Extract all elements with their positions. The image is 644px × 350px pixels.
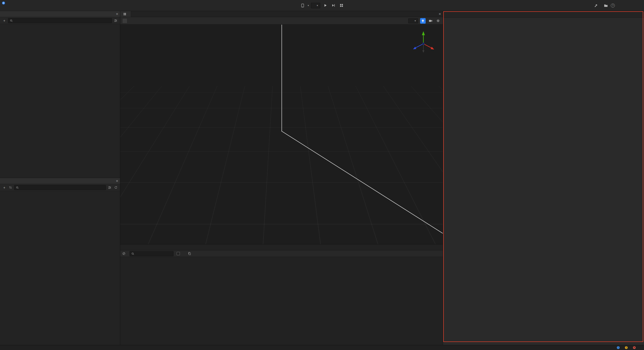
hierarchy-search-row: + <box>0 17 120 24</box>
orientation-gizmo[interactable] <box>407 26 440 56</box>
cocos-creator-window: C ▾ ▾ ? <box>0 0 644 350</box>
hammer-icon <box>594 4 598 7</box>
maximize-button[interactable] <box>626 2 634 9</box>
regex-checkbox[interactable] <box>177 252 180 255</box>
scene-tab-strip: ≡ <box>120 11 443 17</box>
chevron-down-icon: ▾ <box>415 19 416 22</box>
preview-device-button[interactable] <box>300 3 306 9</box>
camera-icon <box>429 19 432 23</box>
console-search-box[interactable] <box>130 251 174 256</box>
scene-menu-icon[interactable]: ≡ <box>439 12 443 16</box>
titlebar: C ▾ ▾ ? <box>0 0 644 11</box>
assets-refresh-button[interactable] <box>113 185 118 190</box>
tab-scene-editor[interactable] <box>120 11 131 17</box>
scene-axis-line-vertical <box>281 25 282 131</box>
layout-grid-button[interactable] <box>338 3 344 9</box>
refresh-icon <box>114 186 117 189</box>
console-panel <box>120 244 443 345</box>
dimension-toggle-button[interactable] <box>122 18 127 23</box>
bulb-icon <box>421 19 425 23</box>
scene-light-toggle[interactable] <box>420 18 426 24</box>
error-icon: × <box>633 346 636 349</box>
status-info-count[interactable]: i <box>617 346 621 349</box>
sliders-icon <box>114 19 117 22</box>
sliders-icon <box>108 186 111 189</box>
scene-settings-button[interactable] <box>435 18 441 24</box>
play-button[interactable] <box>322 3 328 9</box>
help-icon: ? <box>611 4 615 8</box>
assets-search-box[interactable] <box>14 185 106 190</box>
scene-toolbar: ▾ <box>120 17 443 25</box>
hierarchy-search-box[interactable] <box>8 18 112 23</box>
scene-viewport[interactable] <box>120 25 443 244</box>
preview-device-caret-icon[interactable]: ▾ <box>308 4 309 7</box>
status-bar: i ! × <box>0 345 644 350</box>
cocos-logo-icon: C <box>2 2 5 5</box>
assets-search-input[interactable] <box>20 186 104 189</box>
hierarchy-menu-icon[interactable]: ≡ <box>116 12 118 16</box>
left-column: ≡ + ≡ + <box>0 11 120 345</box>
info-icon: i <box>617 346 620 349</box>
minimize-button[interactable] <box>617 2 625 9</box>
view-mode-select[interactable]: ▾ <box>408 18 418 23</box>
assets-panel-header: ≡ <box>0 178 120 184</box>
header-toolbar-right: ? <box>592 0 644 11</box>
status-warning-count[interactable]: ! <box>625 346 629 349</box>
chevron-down-icon: ▾ <box>317 4 318 7</box>
main-area: ≡ + ≡ + <box>0 11 644 345</box>
create-asset-button[interactable]: + <box>2 185 7 190</box>
create-node-button[interactable]: + <box>2 18 7 23</box>
warning-icon: ! <box>625 346 628 349</box>
help-button[interactable]: ? <box>610 3 616 9</box>
clear-icon <box>122 252 126 255</box>
console-toolbar <box>120 250 443 257</box>
build-publish-button[interactable] <box>592 4 602 7</box>
assets-menu-icon[interactable]: ≡ <box>116 179 118 183</box>
console-clear-button[interactable] <box>122 252 127 255</box>
preview-scene-select[interactable]: ▾ <box>311 3 320 8</box>
center-column: ≡ ▾ <box>120 11 443 345</box>
console-tab-strip <box>120 244 443 250</box>
copy-icon <box>188 252 191 255</box>
status-error-count[interactable]: × <box>633 346 637 349</box>
hierarchy-panel-header: ≡ <box>0 11 120 17</box>
hierarchy-panel: ≡ + <box>0 11 120 178</box>
console-search-input[interactable] <box>136 252 172 255</box>
sort-icon <box>9 186 12 189</box>
hierarchy-search-input[interactable] <box>14 19 110 22</box>
inspector-tab-strip <box>443 11 644 18</box>
asset-sort-button[interactable] <box>8 185 13 190</box>
inspector-panel <box>443 11 644 345</box>
assets-filter-button[interactable] <box>107 185 112 190</box>
scene-toolbar-right: ▾ <box>408 18 441 24</box>
console-regex-toggle[interactable] <box>177 252 181 255</box>
open-project-folder-button[interactable] <box>603 3 609 9</box>
assets-panel: ≡ + <box>0 178 120 345</box>
hierarchy-filter-button[interactable] <box>113 18 118 23</box>
scene-icon <box>123 13 126 16</box>
step-button[interactable] <box>330 3 336 9</box>
hierarchy-tree <box>0 24 120 178</box>
assets-search-row: + <box>0 184 120 191</box>
search-icon <box>10 19 13 22</box>
assets-tree <box>0 191 120 345</box>
framework-config-content <box>443 18 644 345</box>
console-copy-button[interactable] <box>187 251 192 256</box>
gear-icon <box>436 19 440 23</box>
close-button[interactable] <box>635 2 643 9</box>
console-log-list <box>120 257 443 345</box>
scene-camera-button[interactable] <box>428 18 433 24</box>
header-toolbar-center: ▾ ▾ <box>300 3 344 9</box>
search-icon <box>131 252 134 255</box>
search-icon <box>16 186 19 189</box>
